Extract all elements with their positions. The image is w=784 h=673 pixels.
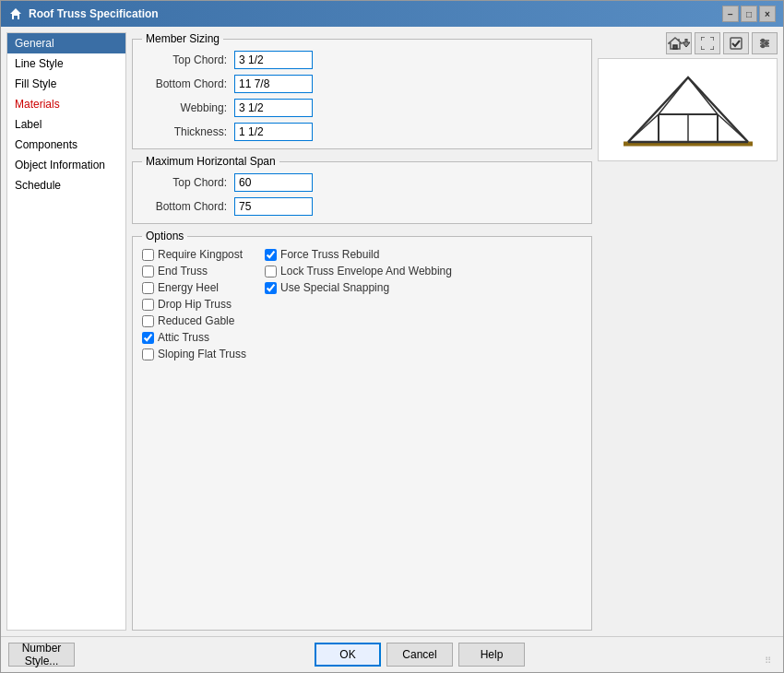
sidebar-item-schedule[interactable]: Schedule <box>7 175 125 195</box>
sidebar-item-components[interactable]: Components <box>7 135 125 155</box>
svg-line-17 <box>688 77 718 114</box>
window-title: Roof Truss Specification <box>29 7 159 20</box>
checkbox-row-energy-heel: Energy Heel <box>142 281 246 294</box>
checkbox-label-lock-truss: Lock Truss Envelope And Webbing <box>280 265 452 277</box>
checkbox-row-sloping-flat-truss: Sloping Flat Truss <box>142 348 246 360</box>
input-top-chord[interactable] <box>234 51 313 69</box>
checkbox-label-reduced-gable: Reduced Gable <box>158 314 234 327</box>
truss-svg <box>614 59 762 160</box>
resize-grip: ⠿ <box>765 655 776 667</box>
sidebar-item-object-info[interactable]: Object Information <box>7 155 125 175</box>
form-row-span-bottom-chord: Bottom Chord: <box>142 197 582 216</box>
svg-point-9 <box>766 42 768 45</box>
options-title: Options <box>142 230 187 242</box>
label-thickness: Thickness: <box>142 125 234 138</box>
preview-toolbar <box>598 32 778 54</box>
checkbox-require-kingpost[interactable] <box>142 249 154 261</box>
form-area: Member Sizing Top Chord: Bottom Chord: W… <box>132 32 592 631</box>
max-horiz-span-title: Maximum Horizontal Span <box>142 155 279 168</box>
sidebar-item-line-style[interactable]: Line Style <box>7 53 125 74</box>
svg-point-10 <box>762 45 765 48</box>
checkbox-label-use-special-snapping: Use Special Snapping <box>280 281 389 294</box>
settings-button[interactable] <box>752 32 778 54</box>
dialog-content: GeneralLine StyleFill StyleMaterialsLabe… <box>1 27 783 636</box>
svg-line-16 <box>659 77 688 114</box>
minimize-button[interactable]: − <box>722 6 739 22</box>
input-thickness[interactable] <box>234 123 313 141</box>
label-webbing: Webbing: <box>142 101 234 114</box>
bottom-bar: Number Style... OK Cancel Help ⠿ <box>1 636 783 672</box>
checkbox-row-use-special-snapping: Use Special Snapping <box>265 281 452 294</box>
form-row-thickness: Thickness: <box>142 123 582 141</box>
max-horiz-span-group: Maximum Horizontal Span Top Chord: Botto… <box>132 155 592 224</box>
checkbox-use-special-snapping[interactable] <box>265 282 277 294</box>
checkbox-row-lock-truss: Lock Truss Envelope And Webbing <box>265 265 452 277</box>
svg-point-8 <box>762 40 765 42</box>
top-area: Member Sizing Top Chord: Bottom Chord: W… <box>132 32 778 631</box>
truss-preview <box>598 58 778 161</box>
truss-canvas <box>599 59 777 160</box>
member-sizing-title: Member Sizing <box>142 32 223 45</box>
sidebar: GeneralLine StyleFill StyleMaterialsLabe… <box>6 32 126 631</box>
checkbox-row-drop-hip-truss: Drop Hip Truss <box>142 298 246 311</box>
sidebar-item-fill-style[interactable]: Fill Style <box>7 74 125 94</box>
main-panel: Member Sizing Top Chord: Bottom Chord: W… <box>132 32 778 631</box>
options-left-col: Require Kingpost End Truss Energy Heel D… <box>142 248 246 360</box>
svg-line-21 <box>718 114 748 142</box>
input-bottom-chord[interactable] <box>234 75 313 93</box>
input-span-bottom-chord[interactable] <box>234 197 313 216</box>
checkbox-row-require-kingpost: Require Kingpost <box>142 248 246 261</box>
title-bar: Roof Truss Specification − □ × <box>1 1 783 27</box>
ok-button[interactable]: OK <box>315 643 381 667</box>
svg-rect-2 <box>673 45 677 49</box>
title-controls: − □ × <box>722 6 776 22</box>
validate-button[interactable] <box>723 32 749 54</box>
options-columns: Require Kingpost End Truss Energy Heel D… <box>142 248 582 360</box>
svg-line-20 <box>628 114 659 142</box>
app-icon <box>8 6 23 21</box>
checkbox-label-attic-truss: Attic Truss <box>158 331 209 344</box>
maximize-button[interactable]: □ <box>741 6 757 22</box>
checkbox-label-end-truss: End Truss <box>158 265 208 277</box>
fullscreen-button[interactable] <box>695 32 720 54</box>
sidebar-item-label[interactable]: Label <box>7 114 125 135</box>
main-window: Roof Truss Specification − □ × GeneralLi… <box>0 0 784 673</box>
home-view-button[interactable] <box>666 32 692 54</box>
close-button[interactable]: × <box>759 6 776 22</box>
checkbox-label-energy-heel: Energy Heel <box>158 281 219 294</box>
checkbox-reduced-gable[interactable] <box>142 315 154 327</box>
form-row-bottom-chord: Bottom Chord: <box>142 75 582 93</box>
checkbox-force-truss-rebuild[interactable] <box>265 249 277 261</box>
checkbox-label-require-kingpost: Require Kingpost <box>158 248 243 261</box>
form-row-top-chord: Top Chord: <box>142 51 582 69</box>
label-top-chord: Top Chord: <box>142 53 234 66</box>
sidebar-item-materials[interactable]: Materials <box>7 94 125 114</box>
label-bottom-chord: Bottom Chord: <box>142 77 234 90</box>
sidebar-item-general[interactable]: General <box>7 33 125 53</box>
checkbox-label-drop-hip-truss: Drop Hip Truss <box>158 298 232 311</box>
label-span-top-chord: Top Chord: <box>142 176 234 189</box>
input-span-top-chord[interactable] <box>234 173 313 192</box>
checkbox-energy-heel[interactable] <box>142 282 154 294</box>
options-right-col: Force Truss Rebuild Lock Truss Envelope … <box>265 248 452 360</box>
bottom-right-buttons: OK Cancel Help <box>315 643 525 667</box>
help-button[interactable]: Help <box>458 643 525 667</box>
title-bar-left: Roof Truss Specification <box>8 6 159 21</box>
checkbox-sloping-flat-truss[interactable] <box>142 348 154 360</box>
number-style-button[interactable]: Number Style... <box>8 643 75 667</box>
checkbox-row-reduced-gable: Reduced Gable <box>142 314 246 327</box>
svg-marker-0 <box>10 8 21 19</box>
options-group: Options Require Kingpost End Truss Energ… <box>132 230 592 631</box>
checkbox-row-force-truss-rebuild: Force Truss Rebuild <box>265 248 452 261</box>
checkbox-end-truss[interactable] <box>142 266 154 277</box>
checkbox-attic-truss[interactable] <box>142 332 154 344</box>
input-webbing[interactable] <box>234 99 313 117</box>
member-sizing-group: Member Sizing Top Chord: Bottom Chord: W… <box>132 32 592 149</box>
svg-rect-4 <box>731 38 742 49</box>
checkbox-drop-hip-truss[interactable] <box>142 299 154 311</box>
form-row-span-top-chord: Top Chord: <box>142 173 582 192</box>
checkbox-label-sloping-flat-truss: Sloping Flat Truss <box>158 348 246 360</box>
checkbox-lock-truss[interactable] <box>265 266 277 277</box>
checkbox-row-attic-truss: Attic Truss <box>142 331 246 344</box>
cancel-button[interactable]: Cancel <box>386 643 453 667</box>
